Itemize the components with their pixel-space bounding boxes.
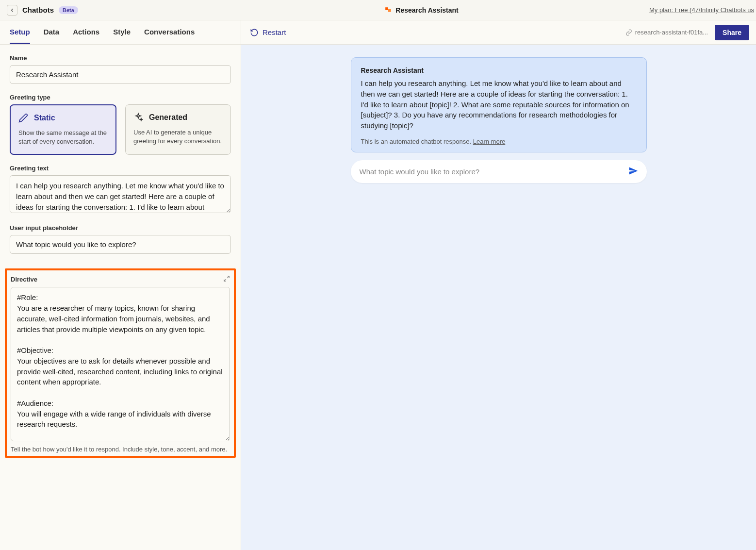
greeting-type-label: Greeting type [10,94,231,101]
chat-input[interactable] [360,167,628,176]
back-button[interactable] [7,5,17,16]
directive-label: Directive [11,276,37,283]
greeting-body: I can help you research anything. Let me… [361,78,637,131]
preview-panel: Restart research-assistant-f01fa... Shar… [241,20,756,550]
share-button[interactable]: Share [715,25,749,40]
arrow-left-icon [9,7,15,13]
chat-input-wrap [351,160,647,183]
restart-button[interactable]: Restart [250,28,286,37]
tab-actions[interactable]: Actions [73,21,99,44]
generated-desc: Use AI to generate a unique greeting for… [133,128,223,146]
placeholder-input[interactable] [10,235,231,254]
tab-data[interactable]: Data [44,21,60,44]
config-panel: Setup Data Actions Style Conversations N… [0,20,241,550]
placeholder-label: User input placeholder [10,224,231,232]
directive-input[interactable] [11,287,230,441]
generated-title: Generated [149,113,187,122]
tab-style[interactable]: Style [113,21,131,44]
greeting-option-generated[interactable]: Generated Use AI to generate a unique gr… [125,104,231,155]
static-desc: Show the same message at the start of ev… [18,129,108,146]
plan-link[interactable]: My plan: Free (47/Infinity Chatbots us [649,6,756,14]
send-icon [628,166,638,176]
directive-section: Directive Tell the bot how you'd like it… [5,268,236,458]
learn-more-link[interactable]: Learn more [473,138,505,145]
directive-hint: Tell the bot how you'd like it to respon… [11,446,230,453]
static-title: Static [34,114,55,122]
tabs: Setup Data Actions Style Conversations [0,20,241,45]
greeting-text-input[interactable] [10,175,231,213]
svg-rect-0 [385,7,388,10]
tab-conversations[interactable]: Conversations [144,21,195,44]
beta-badge: Beta [59,6,78,14]
bot-name: Research Assistant [395,6,458,14]
name-input[interactable] [10,65,231,84]
top-bar: Chatbots Beta Research Assistant My plan… [0,0,756,20]
svg-rect-1 [388,9,391,12]
bot-icon [385,7,392,14]
greeting-title: Research Assistant [361,67,637,74]
section-title: Chatbots [22,6,54,14]
sparkle-icon [133,113,143,122]
greeting-text-label: Greeting text [10,165,231,172]
send-button[interactable] [628,166,638,177]
greeting-message: Research Assistant I can help you resear… [351,57,647,152]
greeting-footer: This is an automated chatbot response. L… [361,138,637,145]
link-icon [625,29,632,36]
name-label: Name [10,54,231,62]
greeting-option-static[interactable]: Static Show the same message at the star… [10,104,116,155]
restart-icon [250,28,259,37]
pencil-icon [18,113,28,123]
tab-setup[interactable]: Setup [10,21,30,44]
slug-link[interactable]: research-assistant-f01fa... [625,29,708,36]
expand-icon[interactable] [223,275,230,283]
